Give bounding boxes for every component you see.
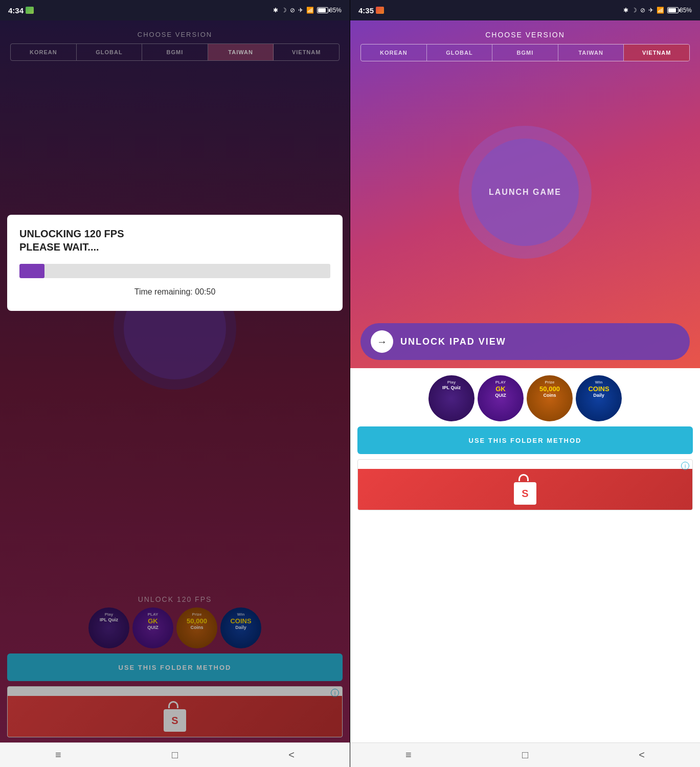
modal-title: UNLOCKING 120 FPSPLEASE WAIT....	[19, 227, 330, 254]
right-ad-row: Ad+ Play IPL Quiz Ad+ PLAY GK QUIZ Ad+ P…	[350, 368, 700, 426]
right-version-label: CHOOSE VERSION	[360, 31, 690, 39]
bluetooth-icon: ✱	[273, 7, 278, 14]
right-ad-ipl-badge: Ad+	[466, 376, 472, 380]
right-ad-gk[interactable]: Ad+ PLAY GK QUIZ	[478, 375, 524, 421]
left-nav-home[interactable]: □	[172, 749, 178, 761]
left-status-icons: ✱ ☽ ⊘ ✈ 📶 85%	[273, 7, 342, 14]
right-tab-taiwan[interactable]: TAIWAN	[558, 44, 624, 61]
right-shop-inner	[358, 469, 692, 510]
right-bottom-nav: ≡ □ <	[350, 742, 700, 767]
time-remaining: Time remaining: 00:50	[19, 287, 330, 297]
right-time: 4:35	[358, 6, 384, 15]
left-time: 4:34	[8, 6, 34, 15]
left-bottom-nav: ≡ □ <	[0, 742, 350, 767]
progress-fill	[19, 264, 44, 278]
left-status-bar: 4:34 ✱ ☽ ⊘ ✈ 📶 85%	[0, 0, 350, 20]
right-tab-korean[interactable]: KOREAN	[361, 44, 427, 61]
right-ad-prize-badge: Ad+	[564, 376, 571, 380]
right-circle-inner[interactable]: LAUNCH GAME	[471, 139, 579, 246]
modal-box: UNLOCKING 120 FPSPLEASE WAIT.... Time re…	[7, 215, 343, 311]
right-unlock-arrow: →	[371, 330, 393, 353]
right-circle-label: LAUNCH GAME	[489, 188, 561, 197]
right-wifi-icon: 📶	[657, 7, 664, 14]
right-arrow-icon: →	[377, 336, 387, 348]
right-tab-global[interactable]: GLOBAL	[427, 44, 493, 61]
moon-icon: ☽	[281, 7, 287, 14]
wifi-icon: 📶	[306, 7, 314, 14]
right-shop-icon	[512, 474, 538, 505]
modal-overlay	[0, 20, 350, 742]
right-status-bar: 4:35 ✱ ☽ ⊘ ✈ 📶 85%	[350, 0, 700, 20]
progress-bar	[19, 264, 330, 278]
right-circle-outer[interactable]: LAUNCH GAME	[459, 126, 592, 259]
right-shop-bag	[514, 482, 536, 505]
left-nav-back[interactable]: <	[288, 749, 295, 761]
left-status-icon	[26, 7, 34, 14]
right-ad-prize[interactable]: Ad+ Prize 50,000 Coins	[527, 375, 573, 421]
right-tab-bgmi[interactable]: BGMI	[492, 44, 558, 61]
right-folder-btn[interactable]: USE THIS FOLDER METHOD	[357, 426, 693, 454]
right-ad-ipl[interactable]: Ad+ Play IPL Quiz	[428, 375, 475, 421]
right-shop-handle	[518, 474, 529, 481]
right-ad-coins[interactable]: Ad+ Win COINS Daily	[576, 375, 622, 421]
right-app-gradient: CHOOSE VERSION KOREAN GLOBAL BGMI TAIWAN…	[350, 20, 700, 368]
right-info-icon[interactable]: i	[681, 462, 689, 470]
left-nav-menu[interactable]: ≡	[55, 749, 61, 761]
right-version-section: CHOOSE VERSION KOREAN GLOBAL BGMI TAIWAN…	[350, 20, 700, 61]
right-battery: 85%	[667, 7, 692, 14]
mute-icon: ⊘	[290, 7, 295, 14]
right-ad-coins-badge: Ad+	[613, 376, 620, 380]
right-unlock-ipad-text: UNLOCK IPAD VIEW	[400, 336, 506, 347]
right-moon-icon: ☽	[631, 7, 637, 14]
right-shop-ad[interactable]: i	[357, 459, 693, 510]
right-phone-panel: 4:35 ✱ ☽ ⊘ ✈ 📶 85% CHOOSE VERSION KOREAN…	[350, 0, 700, 767]
right-nav-home[interactable]: □	[522, 749, 528, 761]
right-unlock-ipad-btn[interactable]: → UNLOCK IPAD VIEW	[360, 323, 690, 360]
right-status-icon	[376, 7, 384, 14]
right-status-icons: ✱ ☽ ⊘ ✈ 📶 85%	[623, 7, 692, 14]
right-nav-back[interactable]: <	[639, 749, 645, 761]
right-bluetooth-icon: ✱	[623, 7, 628, 14]
left-battery: 85%	[317, 7, 342, 14]
right-mute-icon: ⊘	[640, 7, 645, 14]
right-tab-vietnam[interactable]: VIETNAM	[624, 44, 689, 61]
right-airplane-icon: ✈	[648, 7, 653, 14]
right-white-section: Ad+ Play IPL Quiz Ad+ PLAY GK QUIZ Ad+ P…	[350, 368, 700, 742]
left-app-content: CHOOSE VERSION KOREAN GLOBAL BGMI TAIWAN…	[0, 20, 350, 742]
right-circle-area: LAUNCH GAME	[350, 61, 700, 323]
right-version-tabs: KOREAN GLOBAL BGMI TAIWAN VIETNAM	[360, 44, 690, 61]
right-nav-menu[interactable]: ≡	[405, 749, 412, 761]
airplane-icon: ✈	[298, 7, 303, 14]
right-folder-btn-text: USE THIS FOLDER METHOD	[469, 437, 582, 444]
right-ad-gk-badge: Ad+	[515, 376, 522, 380]
left-phone-panel: 4:34 ✱ ☽ ⊘ ✈ 📶 85% CHOOSE VERSION KOREAN…	[0, 0, 350, 767]
right-spacer	[350, 515, 700, 742]
